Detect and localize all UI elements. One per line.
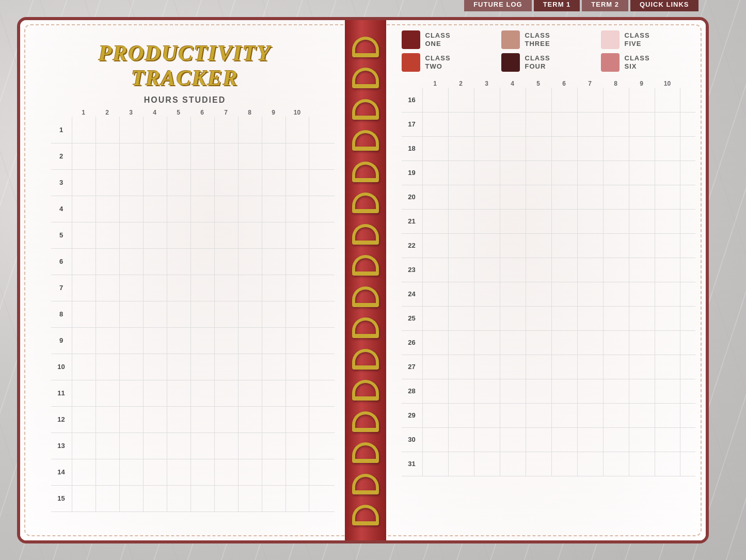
right-cell-19-9[interactable] xyxy=(629,161,655,185)
left-cell-13-1[interactable] xyxy=(72,433,96,459)
left-cell-15-5[interactable] xyxy=(167,485,191,511)
left-cell-13-7[interactable] xyxy=(214,433,238,459)
left-cell-7-2[interactable] xyxy=(96,275,119,301)
left-cell-15-2[interactable] xyxy=(96,485,119,511)
left-cell-11-9[interactable] xyxy=(262,380,285,406)
right-cell-28-8[interactable] xyxy=(603,379,629,403)
right-cell-27-7[interactable] xyxy=(577,355,603,379)
left-cell-7-10[interactable] xyxy=(285,275,309,301)
right-cell-19-6[interactable] xyxy=(551,161,577,185)
right-cell-17-5[interactable] xyxy=(526,112,551,136)
right-cell-29-7[interactable] xyxy=(577,403,603,427)
right-cell-27-4[interactable] xyxy=(500,355,526,379)
left-cell-8-4[interactable] xyxy=(143,301,167,327)
right-cell-19-3[interactable] xyxy=(474,161,500,185)
right-cell-29-5[interactable] xyxy=(526,403,551,427)
left-cell-3-2[interactable] xyxy=(96,169,119,196)
side-tab-may[interactable]: MAY xyxy=(707,279,709,305)
left-cell-2-7[interactable] xyxy=(214,143,238,169)
right-cell-18-5[interactable] xyxy=(526,136,551,161)
right-cell-31-9[interactable] xyxy=(629,452,655,476)
left-cell-6-2[interactable] xyxy=(96,248,119,275)
right-cell-24-2[interactable] xyxy=(448,282,474,306)
left-cell-4-4[interactable] xyxy=(143,196,167,222)
right-cell-31-10[interactable] xyxy=(655,452,680,476)
right-cell-29-6[interactable] xyxy=(551,403,577,427)
right-cell-25-2[interactable] xyxy=(448,306,474,330)
right-cell-21-4[interactable] xyxy=(500,209,526,233)
right-cell-16-6[interactable] xyxy=(551,88,577,112)
right-cell-17-4[interactable] xyxy=(500,112,526,136)
right-cell-27-2[interactable] xyxy=(448,355,474,379)
left-cell-8-6[interactable] xyxy=(191,301,214,327)
left-cell-11-10[interactable] xyxy=(285,380,309,406)
right-cell-28-6[interactable] xyxy=(551,379,577,403)
left-cell-7-3[interactable] xyxy=(119,275,143,301)
right-cell-20-2[interactable] xyxy=(448,185,474,209)
right-cell-31-7[interactable] xyxy=(577,452,603,476)
left-cell-2-9[interactable] xyxy=(262,143,285,169)
left-cell-7-6[interactable] xyxy=(191,275,214,301)
left-cell-6-10[interactable] xyxy=(285,248,309,275)
right-cell-17-9[interactable] xyxy=(629,112,655,136)
right-cell-29-2[interactable] xyxy=(448,403,474,427)
right-cell-21-6[interactable] xyxy=(551,209,577,233)
right-cell-18-2[interactable] xyxy=(448,136,474,161)
side-tab-feb[interactable]: FEB xyxy=(707,199,709,225)
left-cell-6-8[interactable] xyxy=(238,248,262,275)
right-cell-27-3[interactable] xyxy=(474,355,500,379)
right-cell-26-5[interactable] xyxy=(526,330,551,355)
right-cell-30-10[interactable] xyxy=(655,427,680,452)
right-cell-24-1[interactable] xyxy=(422,282,448,306)
left-cell-5-4[interactable] xyxy=(143,222,167,248)
left-cell-9-7[interactable] xyxy=(214,327,238,354)
right-cell-25-7[interactable] xyxy=(577,306,603,330)
left-cell-6-4[interactable] xyxy=(143,248,167,275)
right-cell-24-7[interactable] xyxy=(577,282,603,306)
right-cell-23-7[interactable] xyxy=(577,258,603,282)
right-cell-16-3[interactable] xyxy=(474,88,500,112)
right-cell-31-6[interactable] xyxy=(551,452,577,476)
left-cell-1-10[interactable] xyxy=(285,117,309,143)
right-cell-21-5[interactable] xyxy=(526,209,551,233)
right-cell-29-1[interactable] xyxy=(422,403,448,427)
right-cell-24-10[interactable] xyxy=(655,282,680,306)
right-cell-23-2[interactable] xyxy=(448,258,474,282)
right-cell-22-1[interactable] xyxy=(422,233,448,258)
left-cell-15-6[interactable] xyxy=(191,485,214,511)
left-cell-1-4[interactable] xyxy=(143,117,167,143)
right-cell-22-6[interactable] xyxy=(551,233,577,258)
left-cell-13-9[interactable] xyxy=(262,433,285,459)
left-cell-2-5[interactable] xyxy=(167,143,191,169)
left-cell-3-9[interactable] xyxy=(262,169,285,196)
left-cell-14-5[interactable] xyxy=(167,459,191,485)
left-cell-14-9[interactable] xyxy=(262,459,285,485)
left-cell-13-5[interactable] xyxy=(167,433,191,459)
left-cell-6-5[interactable] xyxy=(167,248,191,275)
left-cell-15-1[interactable] xyxy=(72,485,96,511)
left-cell-7-1[interactable] xyxy=(72,275,96,301)
right-cell-24-3[interactable] xyxy=(474,282,500,306)
right-cell-28-1[interactable] xyxy=(422,379,448,403)
left-cell-11-3[interactable] xyxy=(119,380,143,406)
left-cell-15-7[interactable] xyxy=(214,485,238,511)
right-cell-19-8[interactable] xyxy=(603,161,629,185)
right-cell-29-9[interactable] xyxy=(629,403,655,427)
left-cell-8-2[interactable] xyxy=(96,301,119,327)
side-tab-oct[interactable]: OCT xyxy=(707,93,709,120)
right-cell-26-6[interactable] xyxy=(551,330,577,355)
left-cell-13-10[interactable] xyxy=(285,433,309,459)
right-cell-20-10[interactable] xyxy=(655,185,680,209)
left-cell-3-4[interactable] xyxy=(143,169,167,196)
right-cell-19-5[interactable] xyxy=(526,161,551,185)
right-cell-19-4[interactable] xyxy=(500,161,526,185)
left-cell-10-7[interactable] xyxy=(214,354,238,380)
side-tab-jun[interactable]: JUN xyxy=(707,305,709,331)
tab-future-log[interactable]: FUTURE LOG xyxy=(464,0,532,11)
tab-term1[interactable]: TERM 1 xyxy=(534,0,580,11)
left-cell-13-4[interactable] xyxy=(143,433,167,459)
right-cell-22-10[interactable] xyxy=(655,233,680,258)
tab-term2[interactable]: TERM 2 xyxy=(582,0,628,11)
right-cell-30-2[interactable] xyxy=(448,427,474,452)
left-cell-5-10[interactable] xyxy=(285,222,309,248)
